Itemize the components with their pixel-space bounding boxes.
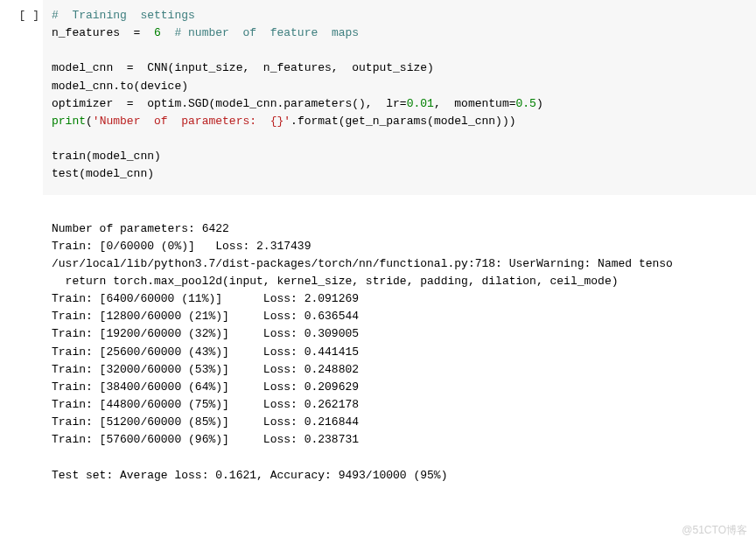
code-cell: [ ] # Training settings n_features = 6 #… [0,0,756,195]
code-line: print('Number of parameters: {}'.format(… [52,115,516,128]
output-prompt [0,195,43,202]
code-line: n_features = 6 # number of feature maps [52,26,359,39]
output-line: Train: [51200/60000 (85%)] Loss: 0.21684… [52,415,359,429]
comment-line: # Training settings [52,9,195,22]
code-line: test(model_cnn) [52,167,154,180]
cell-prompt: [ ] [0,0,43,24]
output-line: Number of parameters: 6422 [52,222,229,235]
output-line: /usr/local/lib/python3.7/dist-packages/t… [52,257,673,270]
code-line: optimizer = optim.SGD(model_cnn.paramete… [52,97,543,110]
code-line: model_cnn.to(device) [52,80,188,93]
code-editor[interactable]: # Training settings n_features = 6 # num… [43,0,756,195]
output-line: return torch.max_pool2d(input, kernel_si… [52,275,619,288]
code-line: model_cnn = CNN(input_size, n_features, … [52,61,434,74]
output-line: Train: [57600/60000 (96%)] Loss: 0.23873… [52,433,359,446]
output-line: Train: [0/60000 (0%)] Loss: 2.317439 [52,240,311,253]
code-line: train(model_cnn) [52,150,161,163]
output-line: Train: [32000/60000 (53%)] Loss: 0.24880… [52,363,359,376]
output-line: Train: [19200/60000 (32%)] Loss: 0.30900… [52,327,359,340]
output-line: Train: [25600/60000 (43%)] Loss: 0.44141… [52,345,359,359]
output-line: Train: [12800/60000 (21%)] Loss: 0.63654… [52,310,359,323]
output-line: Train: [38400/60000 (64%)] Loss: 0.20962… [52,380,359,394]
output-content: Number of parameters: 6422 Train: [0/600… [52,220,747,485]
output-line: Test set: Average loss: 0.1621, Accuracy… [52,469,447,482]
code-content[interactable]: # Training settings n_features = 6 # num… [52,7,747,183]
output-line: Train: [44800/60000 (75%)] Loss: 0.26217… [52,398,359,411]
output-cell: Number of parameters: 6422 Train: [0/600… [0,195,756,527]
cell-output: Number of parameters: 6422 Train: [0/600… [43,195,756,527]
output-line: Train: [6400/60000 (11%)] Loss: 2.091269 [52,292,359,305]
